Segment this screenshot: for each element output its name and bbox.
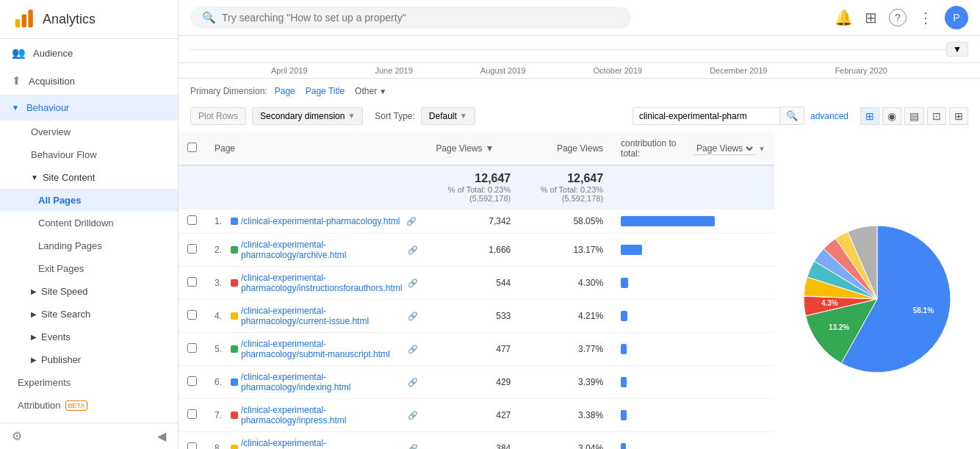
view-icons-group: ⊞ ◉ ▤ ⊡ ⊞: [860, 107, 968, 125]
pageviews-2-4: 3.77%: [519, 333, 612, 366]
page-link-3[interactable]: /clinical-experimental-pharmacology/curr…: [241, 306, 402, 326]
external-link-icon-5[interactable]: 🔗: [408, 378, 418, 387]
pageviews-1-1: 1,666: [427, 234, 519, 267]
row-checkbox-3[interactable]: [187, 310, 197, 320]
search-box[interactable]: 🔍: [190, 7, 631, 29]
sidebar-item-audience[interactable]: 👥 Audience: [0, 39, 178, 67]
site-content-header[interactable]: ▼ Site Content: [0, 166, 178, 189]
bar-cell-2: [612, 267, 774, 300]
advanced-link[interactable]: advanced: [810, 111, 849, 121]
view-scatter-button[interactable]: ⊡: [927, 107, 946, 125]
pie-label-0: 58.1%: [913, 306, 934, 315]
row-checkbox-0[interactable]: [187, 215, 197, 225]
external-link-icon-4[interactable]: 🔗: [408, 345, 418, 354]
date-bar: ▼: [179, 36, 980, 63]
behaviour-flow-label: Behaviour Flow: [31, 149, 97, 160]
more-icon[interactable]: ⋮: [918, 9, 933, 26]
chevron-right-icon-speed: ▶: [31, 287, 37, 295]
events-label: Events: [41, 331, 71, 342]
sidebar-sub-content-drilldown[interactable]: Content Drilldown: [0, 212, 178, 234]
apps-icon[interactable]: ⊞: [865, 9, 877, 26]
sidebar-sub-behaviour-flow[interactable]: Behaviour Flow: [0, 143, 178, 166]
pie-label-2: 4.3%: [821, 298, 838, 306]
dim-page-title-link[interactable]: Page Title: [306, 86, 345, 96]
page-link-0[interactable]: /clinical-experimental-pharmacology.html: [241, 216, 400, 226]
row-checkbox-5[interactable]: [187, 376, 197, 386]
sidebar-site-search[interactable]: ▶ Site Search: [0, 303, 178, 326]
row-checkbox-6[interactable]: [187, 409, 197, 419]
contribution-select[interactable]: Page Views: [693, 143, 755, 155]
sort-down-arrow: ▼: [486, 143, 494, 154]
page-link-4[interactable]: /clinical-experimental-pharmacology/subm…: [241, 339, 402, 359]
row-checkbox-2[interactable]: [187, 277, 197, 287]
notification-icon[interactable]: 🔔: [835, 9, 853, 26]
search-input[interactable]: [222, 12, 619, 24]
secondary-dimension-button[interactable]: Secondary dimension ▼: [252, 107, 363, 125]
row-checkbox-4[interactable]: [187, 343, 197, 353]
row-checkbox-1[interactable]: [187, 244, 197, 254]
filter-input[interactable]: [633, 107, 779, 125]
topbar: 🔍 🔔 ⊞ ? ⋮ P: [179, 0, 980, 36]
sidebar-sub-landing-pages[interactable]: Landing Pages: [0, 234, 178, 257]
page-link-1[interactable]: /clinical-experimental-pharmacology/arch…: [241, 240, 402, 260]
pie-label-1: 13.2%: [829, 323, 849, 331]
contribution-dropdown-arrow: ▼: [758, 145, 765, 153]
help-icon[interactable]: ?: [889, 9, 907, 26]
sort-type-label: Sort Type:: [375, 111, 414, 121]
view-compare-button[interactable]: ⊞: [949, 107, 968, 125]
view-bar-button[interactable]: ▤: [904, 107, 924, 125]
external-link-icon-0[interactable]: 🔗: [406, 217, 417, 226]
page-link-7[interactable]: /clinical-experimental-pharmacology/aims…: [241, 438, 402, 449]
attribution-label: Attribution: [18, 400, 61, 411]
secondary-dim-label: Secondary dimension: [260, 111, 345, 121]
pageviews-1-6: 427: [427, 399, 519, 432]
dim-page-link[interactable]: Page: [275, 86, 295, 96]
sidebar-item-acquisition[interactable]: ⬆ Acquisition: [0, 67, 178, 95]
sidebar: Analytics 👥 Audience ⬆ Acquisition ▼ Beh…: [0, 0, 179, 449]
content-drilldown-label: Content Drilldown: [38, 218, 114, 229]
acquisition-icon: ⬆: [12, 74, 21, 87]
settings-item[interactable]: ⚙ ◀: [0, 423, 178, 449]
view-pie-button[interactable]: ◉: [882, 107, 901, 125]
external-link-icon-2[interactable]: 🔗: [408, 279, 418, 288]
sidebar-sub-all-pages[interactable]: All Pages: [0, 189, 178, 212]
external-link-icon-3[interactable]: 🔗: [408, 312, 418, 321]
avatar[interactable]: P: [945, 6, 968, 29]
row-checkbox-7[interactable]: [187, 442, 197, 449]
sidebar-sub-overview[interactable]: Overview: [0, 121, 178, 143]
row-num-4: 5.: [215, 344, 228, 354]
view-grid-button[interactable]: ⊞: [860, 107, 879, 125]
sidebar-publisher[interactable]: ▶ Publisher: [0, 348, 178, 371]
chevron-down-icon: ▼: [12, 104, 19, 112]
sort-type-arrow: ▼: [460, 112, 467, 120]
sidebar-events[interactable]: ▶ Events: [0, 326, 178, 348]
sort-type-button[interactable]: Default ▼: [421, 107, 475, 125]
sidebar-attribution[interactable]: Attribution BETA: [0, 394, 178, 417]
svg-rect-1: [22, 15, 26, 28]
date-range-button[interactable]: ▼: [946, 42, 968, 57]
page-link-6[interactable]: /clinical-experimental-pharmacology/inpr…: [241, 405, 402, 425]
page-link-2[interactable]: /clinical-experimental-pharmacology/inst…: [241, 273, 402, 293]
filter-search-button[interactable]: 🔍: [779, 107, 804, 125]
sidebar-experiments[interactable]: Experiments: [0, 371, 178, 394]
bar-cell-5: [612, 366, 774, 399]
external-link-icon-6[interactable]: 🔗: [408, 411, 418, 420]
sort-type-value: Default: [429, 111, 457, 121]
audience-icon: 👥: [12, 46, 26, 60]
other-label: Other: [355, 86, 377, 96]
sidebar-site-speed[interactable]: ▶ Site Speed: [0, 280, 178, 303]
total-pageviews-1: 12,647 % of Total: 0.23% (5,592,178): [427, 165, 519, 209]
sidebar-sub-exit-pages[interactable]: Exit Pages: [0, 257, 178, 280]
external-link-icon-7[interactable]: 🔗: [408, 444, 418, 450]
page-link-5[interactable]: /clinical-experimental-pharmacology/inde…: [241, 372, 402, 392]
plot-rows-button[interactable]: Plot Rows: [190, 107, 246, 125]
col-pageviews-1-header[interactable]: Page Views ▼: [427, 132, 519, 165]
external-link-icon-1[interactable]: 🔗: [408, 245, 418, 255]
pie-chart: 58.1%13.2%4.3%: [796, 218, 958, 380]
sidebar-item-behaviour[interactable]: ▼ Behaviour: [0, 95, 178, 121]
dim-other-dropdown[interactable]: Other ▼: [355, 86, 386, 96]
row-num-3: 4.: [215, 311, 228, 321]
col-pageviews-2-header[interactable]: Page Views: [519, 132, 612, 165]
select-all-checkbox[interactable]: [187, 143, 197, 152]
publisher-label: Publisher: [41, 354, 81, 365]
